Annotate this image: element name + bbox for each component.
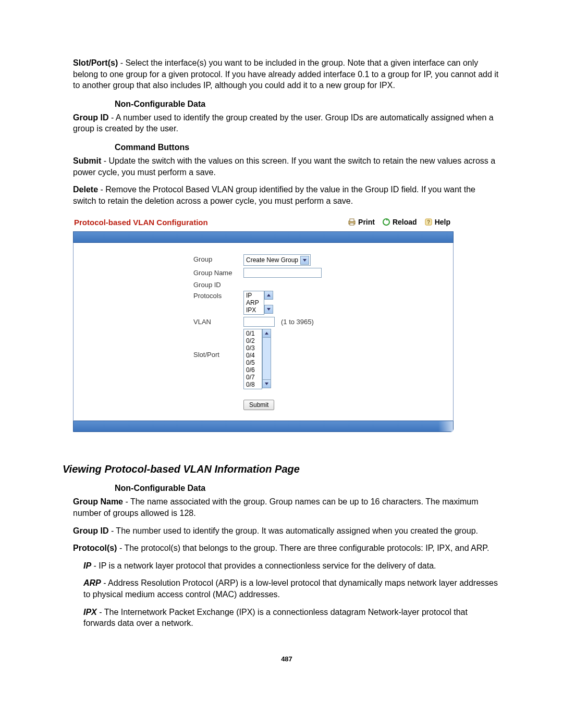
panel-blue-bar-top <box>73 231 454 243</box>
help-action[interactable]: ? Help <box>424 218 450 226</box>
slot-port-listbox[interactable]: 0/1 0/2 0/3 0/4 0/5 0/6 0/7 0/8 <box>243 329 262 389</box>
chevron-down-icon <box>300 256 309 265</box>
scroll-down-icon[interactable] <box>264 305 273 314</box>
scroll-down-icon[interactable] <box>262 379 271 388</box>
slot-port-label: Slot/Port(s) <box>73 58 118 67</box>
vlan-label: VLAN <box>193 317 243 326</box>
delete-label: Delete <box>73 185 98 194</box>
panel-header: Protocol-based VLAN Configuration Print … <box>73 215 454 231</box>
ncd-heading-2: Non-Configurable Data <box>115 484 500 493</box>
section-2-title: Viewing Protocol-based VLAN Information … <box>63 463 500 475</box>
group-select[interactable]: Create New Group <box>243 254 311 266</box>
protocols-listbox[interactable]: IP ARP IPX <box>243 291 264 315</box>
panel-title: Protocol-based VLAN Configuration <box>74 218 340 227</box>
scrollbar-track[interactable] <box>262 338 271 379</box>
submit-button[interactable]: Submit <box>243 400 274 410</box>
group-name-label: Group Name <box>193 268 243 277</box>
group-id-desc-2: Group ID - The number used to identify t… <box>73 525 500 537</box>
svg-rect-1 <box>350 219 354 221</box>
panel-blue-bar-bottom <box>73 421 454 432</box>
submit-label: Submit <box>73 156 101 165</box>
page-number: 487 <box>73 655 500 663</box>
ip-desc: IP - IP is a network layer protocol that… <box>83 560 500 572</box>
svg-rect-2 <box>350 223 354 225</box>
ipx-desc: IPX - The Internetwork Packet Exchange (… <box>83 607 500 629</box>
group-label: Group <box>193 254 243 263</box>
cmd-heading: Command Buttons <box>115 143 500 152</box>
reload-icon <box>382 218 390 226</box>
scroll-up-icon[interactable] <box>264 291 273 300</box>
ncd-heading-1: Non-Configurable Data <box>115 100 500 109</box>
print-icon <box>348 218 356 226</box>
svg-text:?: ? <box>427 219 430 225</box>
group-id-desc-1: Group ID - A number used to identify the… <box>73 112 500 134</box>
group-name-desc: Group Name - The name associated with th… <box>73 496 500 519</box>
reload-action[interactable]: Reload <box>382 218 417 226</box>
vlan-config-panel: Protocol-based VLAN Configuration Print … <box>73 215 454 432</box>
submit-desc: Submit - Update the switch with the valu… <box>73 155 500 178</box>
group-id-label-1: Group ID <box>73 113 108 122</box>
vlan-hint: (1 to 3965) <box>281 318 314 326</box>
protocols-label: Protocols <box>193 291 243 300</box>
slot-port-label-field: Slot/Port <box>193 329 243 359</box>
slot-port-desc: Slot/Port(s) - Select the interface(s) y… <box>73 57 500 91</box>
arp-desc: ARP - Address Resolution Protocol (ARP) … <box>83 577 500 600</box>
help-icon: ? <box>424 218 433 226</box>
group-name-input[interactable] <box>243 268 322 278</box>
delete-desc: Delete - Remove the Protocol Based VLAN … <box>73 184 500 206</box>
print-action[interactable]: Print <box>348 218 375 226</box>
scroll-up-icon[interactable] <box>262 329 271 338</box>
protocols-desc: Protocol(s) - The protocol(s) that belon… <box>73 542 500 554</box>
vlan-input[interactable] <box>243 317 275 327</box>
group-id-label: Group ID <box>193 280 243 289</box>
